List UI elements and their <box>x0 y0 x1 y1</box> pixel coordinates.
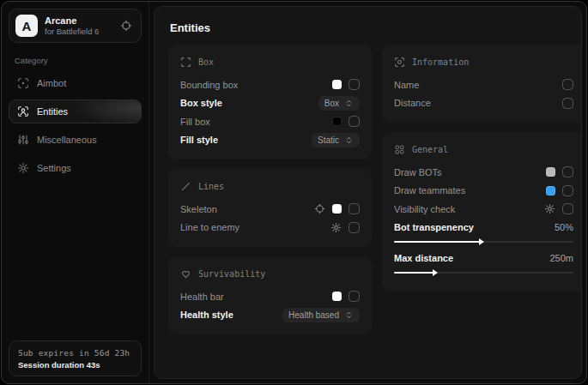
box-style-select[interactable]: Box <box>318 96 360 111</box>
setting-row-bounding-box: Bounding box <box>180 75 360 94</box>
box-section-header: Box <box>180 57 360 68</box>
sidebar-nav: Aimbot Entities Miscellaneous Settings <box>9 71 142 184</box>
max-distance-control: Max distance 250m <box>394 250 573 274</box>
setting-row-health-bar: Health bar <box>180 287 360 306</box>
unfold-icon <box>344 135 354 145</box>
bot-transparency-slider[interactable] <box>394 241 573 243</box>
setting-row-distance: Distance <box>394 94 573 113</box>
line-to-enemy-checkbox[interactable] <box>349 222 360 233</box>
setting-label: Line to enemy <box>180 222 239 232</box>
section-title: Lines <box>198 182 224 191</box>
target-icon[interactable] <box>120 20 132 32</box>
sidebar-item-miscellaneous[interactable]: Miscellaneous <box>9 128 142 152</box>
color-swatch[interactable] <box>332 204 342 214</box>
health-bar-checkbox[interactable] <box>349 291 360 302</box>
unfold-icon <box>344 310 354 320</box>
sidebar-item-label: Settings <box>37 163 71 173</box>
lines-section-header: Lines <box>180 181 360 192</box>
setting-label: Bounding box <box>180 80 238 90</box>
skeleton-checkbox[interactable] <box>349 203 360 214</box>
draw-bots-checkbox[interactable] <box>562 166 573 177</box>
general-section: General Draw BOTs Draw teammates <box>382 132 582 292</box>
sidebar-item-label: Entities <box>37 106 68 117</box>
setting-row-name: Name <box>394 75 573 94</box>
setting-label: Max distance <box>394 253 453 263</box>
crosshair-icon <box>17 77 29 89</box>
draw-teammates-checkbox[interactable] <box>562 185 573 196</box>
app-window: A Arcane for Battlefield 6 Category Aimb… <box>1 1 587 384</box>
category-label: Category <box>15 56 136 65</box>
general-section-header: General <box>394 144 573 155</box>
setting-label: Skeleton <box>180 204 217 214</box>
bounding-box-checkbox[interactable] <box>349 79 360 90</box>
app-logo: A <box>15 15 38 37</box>
heart-icon <box>180 268 191 280</box>
sub-expiry-text: Sub expires in 56d 23h <box>18 348 132 358</box>
setting-label: Fill box <box>180 117 210 127</box>
setting-label: Health style <box>180 310 233 320</box>
session-duration-text: Session duration 43s <box>18 360 132 370</box>
gear-config-icon[interactable] <box>330 222 342 233</box>
distance-checkbox[interactable] <box>562 98 573 109</box>
setting-label: Bot transpenency <box>394 222 474 232</box>
select-value: Box <box>324 99 339 108</box>
setting-row-skeleton: Skeleton <box>180 200 360 219</box>
right-column: Information Name Distance Gener <box>382 45 582 334</box>
slider-value: 50% <box>555 222 573 232</box>
sidebar-item-label: Miscellaneous <box>37 135 97 145</box>
color-swatch[interactable] <box>546 167 555 177</box>
box-section: Box Bounding box Box style Box <box>168 45 372 159</box>
app-name: Arcane <box>45 15 99 26</box>
select-value: Health based <box>288 310 339 320</box>
setting-label: Draw teammates <box>394 185 465 196</box>
sidebar-item-label: Aimbot <box>37 78 66 88</box>
setting-row-draw-bots: Draw BOTs <box>394 163 573 182</box>
lines-section: Lines Skeleton Line to enemy <box>168 169 372 247</box>
setting-row-line-to-enemy: Line to enemy <box>180 219 360 238</box>
slider-value: 250m <box>549 253 573 263</box>
app-subtitle: for Battlefield 6 <box>45 27 99 36</box>
line-icon <box>180 181 191 192</box>
main-panel: Entities Box Bounding box <box>154 6 582 379</box>
person-scan-icon <box>17 105 29 117</box>
section-title: Information <box>412 57 469 67</box>
sidebar: A Arcane for Battlefield 6 Category Aimb… <box>2 2 149 383</box>
corners-icon <box>180 57 191 68</box>
color-swatch[interactable] <box>332 80 342 89</box>
survivability-section-header: Survivability <box>180 268 360 280</box>
unfold-icon <box>344 99 354 108</box>
target-config-icon[interactable] <box>314 203 325 214</box>
bot-transparency-control: Bot transpenency 50% <box>394 220 573 243</box>
setting-row-box-style: Box style Box <box>180 94 360 113</box>
setting-label: Fill style <box>180 135 218 145</box>
gear-icon <box>17 162 29 174</box>
setting-row-fill-style: Fill style Static <box>180 131 360 150</box>
sidebar-item-entities[interactable]: Entities <box>9 99 142 123</box>
grid-icon <box>394 144 405 155</box>
section-title: Box <box>198 57 214 67</box>
name-checkbox[interactable] <box>562 79 573 90</box>
setting-label: Visibility check <box>394 204 455 214</box>
section-title: General <box>412 145 448 154</box>
sliders-icon <box>17 134 29 146</box>
max-distance-slider[interactable] <box>394 272 573 274</box>
info-scan-icon <box>394 57 405 68</box>
health-style-select[interactable]: Health based <box>282 308 360 322</box>
information-section: Information Name Distance <box>382 45 582 123</box>
sidebar-item-aimbot[interactable]: Aimbot <box>9 71 142 95</box>
setting-row-draw-teammates: Draw teammates <box>394 182 573 201</box>
fill-style-select[interactable]: Static <box>312 133 360 147</box>
slider-fill <box>394 241 480 243</box>
logo-text: Arcane for Battlefield 6 <box>45 15 99 36</box>
color-swatch[interactable] <box>332 117 342 126</box>
color-swatch[interactable] <box>546 186 555 196</box>
gear-config-icon[interactable] <box>544 203 555 214</box>
visibility-check-checkbox[interactable] <box>562 203 573 214</box>
page-title: Entities <box>170 21 573 34</box>
fill-box-checkbox[interactable] <box>349 116 360 127</box>
sidebar-item-settings[interactable]: Settings <box>9 156 142 180</box>
color-swatch[interactable] <box>332 292 342 301</box>
setting-label: Distance <box>394 98 431 108</box>
information-section-header: Information <box>394 57 573 68</box>
select-value: Static <box>318 135 339 145</box>
